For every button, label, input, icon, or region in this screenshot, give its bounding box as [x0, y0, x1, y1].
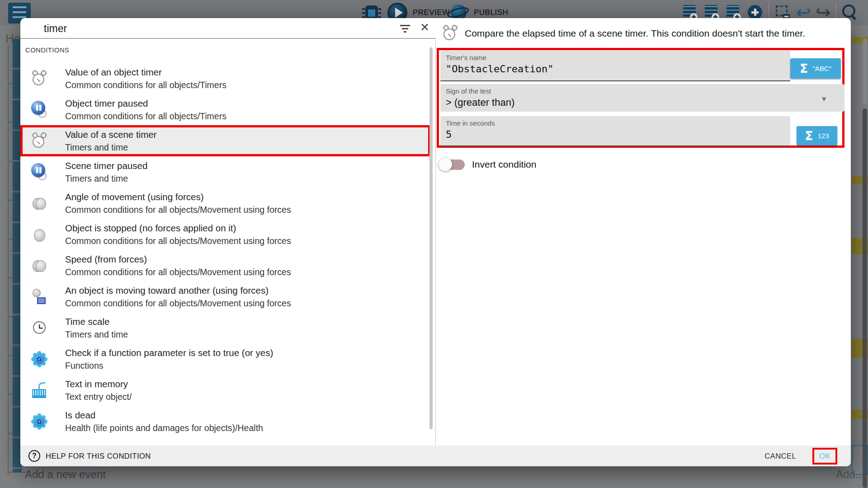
sigma-icon: Σ	[800, 61, 808, 75]
condition-path: Text entry object/	[65, 391, 132, 402]
condition-path: Common conditions for all objects/Moveme…	[65, 298, 291, 309]
condition-path: Timers and time	[65, 142, 156, 153]
condition-title: Object is stopped (no forces applied on …	[65, 223, 291, 234]
conditions-group-header: CONDITIONS	[25, 46, 69, 54]
timer-name-value[interactable]: "ObstacleCreation"	[446, 63, 553, 75]
condition-path: Functions	[65, 360, 273, 371]
add-new-event-link: Add a new event	[25, 468, 106, 481]
pause-icon	[30, 101, 48, 119]
condition-title: Value of an object timer	[65, 67, 226, 78]
toward-icon	[30, 288, 48, 306]
time-value[interactable]: 5	[446, 129, 452, 140]
alarm-icon	[30, 132, 48, 150]
condition-item[interactable]: Speed (from forces) Common conditions fo…	[20, 250, 430, 281]
ok-highlight-box: OK	[812, 448, 837, 465]
condition-item[interactable]: Value of an object timer Common conditio…	[20, 63, 430, 94]
keyboard-icon	[30, 381, 48, 399]
conditions-list: Value of an object timer Common conditio…	[20, 63, 430, 437]
toggle-knob	[439, 158, 452, 171]
condition-path: Timers and time	[65, 173, 147, 184]
condition-title: Text in memory	[65, 379, 132, 389]
condition-item[interactable]: Value of a scene timer Timers and time	[20, 125, 430, 156]
string-expression-button[interactable]: Σ "ABC"	[790, 58, 841, 79]
pause-icon	[30, 163, 48, 181]
condition-title: Angle of movement (using forces)	[65, 192, 291, 202]
condition-path: Common conditions for all objects/Moveme…	[65, 204, 291, 215]
condition-editor-dialog: timer ✕ CONDITIONS Value of an object ti…	[20, 18, 851, 466]
field-label: Sign of the test	[446, 87, 491, 95]
alarm-icon	[30, 70, 48, 88]
background-scrollbar-track	[863, 38, 867, 104]
timer-name-field[interactable]: Timer's name "ObstacleCreation"	[440, 51, 790, 81]
coins-icon	[30, 257, 48, 275]
list-scrollbar[interactable]	[429, 47, 433, 429]
condition-item[interactable]: Object timer paused Common conditions fo…	[20, 94, 430, 125]
number-expression-button[interactable]: Σ 123	[797, 126, 837, 145]
alarm-clock-icon	[441, 24, 459, 42]
help-button[interactable]: HELP FOR THIS CONDITION	[46, 452, 151, 460]
condition-title: Check if a function parameter is set to …	[65, 347, 273, 358]
help-icon[interactable]: ?	[28, 450, 40, 462]
condition-title: Object timer paused	[65, 98, 226, 109]
coins-icon	[30, 194, 48, 212]
background-scrollbar[interactable]	[863, 108, 867, 488]
time-in-seconds-field[interactable]: Time in seconds 5	[440, 116, 790, 146]
sigma-icon: Σ	[805, 129, 813, 143]
ball-icon	[30, 225, 48, 244]
invert-condition-label: Invert condition	[472, 159, 536, 170]
invert-condition-toggle[interactable]	[439, 156, 466, 173]
condition-path: Health (life points and damages for obje…	[65, 422, 263, 433]
condition-path: Common conditions for all objects/Timers	[65, 80, 226, 90]
sign-value: > (greater than)	[446, 97, 514, 108]
chevron-down-icon[interactable]: ▼	[821, 95, 827, 103]
condition-path: Common conditions for all objects/Moveme…	[65, 235, 291, 246]
clock-icon	[30, 319, 48, 337]
search-bar: timer ✕	[20, 18, 436, 38]
condition-title: Speed (from forces)	[65, 254, 291, 265]
condition-title: Scene timer paused	[65, 160, 147, 171]
condition-item[interactable]: Object is stopped (no forces applied on …	[20, 219, 430, 250]
divider	[20, 38, 436, 39]
filter-icon[interactable]	[400, 24, 412, 33]
condition-item[interactable]: An object is moving toward another (usin…	[20, 281, 430, 312]
field-label: Time in seconds	[446, 119, 495, 127]
condition-path: Common conditions for all objects/Timers	[65, 111, 226, 122]
condition-detail-panel: Compare the elapsed time of a scene time…	[436, 18, 851, 446]
condition-item[interactable]: Text in memory Text entry object/	[20, 375, 430, 406]
search-input[interactable]: timer	[44, 18, 67, 38]
field-label: Timer's name	[446, 54, 486, 61]
condition-title: Value of a scene timer	[65, 129, 156, 140]
condition-title: Is dead	[65, 410, 263, 421]
sign-of-test-dropdown[interactable]: Sign of the test > (greater than) ▼	[440, 84, 844, 112]
dialog-footer: ? HELP FOR THIS CONDITION CANCEL OK	[20, 446, 851, 466]
gear-icon	[30, 350, 48, 368]
condition-path: Timers and time	[65, 329, 128, 340]
cancel-button[interactable]: CANCEL	[764, 452, 796, 460]
close-icon[interactable]: ✕	[420, 21, 429, 34]
condition-title: An object is moving toward another (usin…	[65, 285, 291, 296]
condition-title: Time scale	[65, 316, 128, 327]
condition-item[interactable]: Time scale Timers and time	[20, 312, 430, 343]
condition-item[interactable]: Angle of movement (using forces) Common …	[20, 188, 430, 219]
condition-item[interactable]: Scene timer paused Timers and time	[20, 156, 430, 188]
ok-button[interactable]: OK	[819, 452, 830, 460]
condition-item[interactable]: Check if a function parameter is set to …	[20, 343, 430, 375]
condition-path: Common conditions for all objects/Moveme…	[65, 267, 291, 277]
condition-item[interactable]: Is dead Health (life points and damages …	[20, 406, 430, 437]
condition-description: Compare the elapsed time of a scene time…	[465, 28, 805, 39]
gear-icon	[30, 413, 48, 431]
